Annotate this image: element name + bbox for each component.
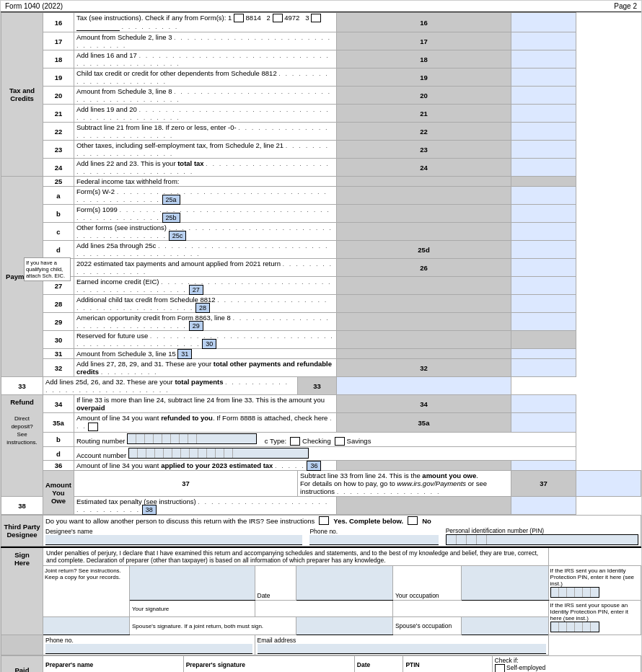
line-23-text: Other taxes, including self-employment t… bbox=[74, 141, 336, 159]
line-33-text: Add lines 25d, 26, and 32. These are you… bbox=[43, 377, 298, 395]
line-18-text: Add lines 16 and 17 . . . . . . . . . . … bbox=[74, 50, 336, 68]
line-25c-sub: c bbox=[43, 223, 74, 241]
no-checkbox[interactable] bbox=[408, 516, 418, 525]
phone-no-field[interactable] bbox=[45, 644, 252, 654]
line-17-entry[interactable] bbox=[511, 32, 576, 50]
line-20-row: 20 Amount from Schedule 3, line 8 . . . … bbox=[1, 87, 641, 105]
line-30-num: 30 bbox=[43, 331, 74, 349]
line-32-entry[interactable] bbox=[511, 359, 576, 377]
line-21-entry[interactable] bbox=[511, 105, 576, 123]
checkbox-8814[interactable] bbox=[234, 14, 244, 22]
line-24-text: Add lines 22 and 23. This is your total … bbox=[74, 159, 336, 177]
checkbox-3[interactable] bbox=[311, 14, 321, 22]
prep-name-label: Preparer's name bbox=[43, 656, 184, 672]
account-number-field[interactable] bbox=[128, 448, 309, 459]
line-18-right-num: 18 bbox=[337, 50, 511, 68]
line-23-entry[interactable] bbox=[511, 141, 576, 159]
line-22-right-num: 22 bbox=[337, 123, 511, 141]
line-35a-entry[interactable] bbox=[511, 413, 576, 432]
third-party-label: Third PartyDesignee bbox=[1, 516, 43, 547]
line-38-row: 38 Estimated tax penalty (see instructio… bbox=[1, 497, 641, 515]
savings-checkbox[interactable] bbox=[335, 437, 345, 446]
checkbox-4972[interactable] bbox=[273, 14, 283, 22]
line-35a-text: Amount of line 34 you want refunded to y… bbox=[74, 413, 336, 432]
spouse-date-field[interactable] bbox=[296, 617, 393, 635]
email-field[interactable] bbox=[258, 644, 546, 654]
line-22-num: 22 bbox=[43, 123, 74, 141]
your-date-field[interactable] bbox=[296, 566, 393, 601]
line-24-entry[interactable] bbox=[511, 159, 576, 177]
line-18-entry[interactable] bbox=[511, 50, 576, 68]
line-26-entry[interactable] bbox=[511, 259, 576, 277]
line-34-entry[interactable] bbox=[511, 395, 576, 413]
third-party-row: Third PartyDesignee Do you want to allow… bbox=[1, 516, 641, 547]
pin-field[interactable] bbox=[446, 534, 638, 545]
line-17-right-num: 17 bbox=[337, 32, 511, 50]
line-37-entry[interactable] bbox=[576, 471, 641, 497]
email-label: Email address bbox=[258, 637, 296, 644]
line-25a-shade bbox=[337, 187, 511, 205]
yes-checkbox[interactable] bbox=[319, 516, 329, 525]
routing-number-field[interactable] bbox=[127, 433, 257, 444]
line-28-entry[interactable] bbox=[511, 295, 576, 313]
line-25d-text: Add lines 25a through 25c . . . . . . . … bbox=[74, 241, 336, 259]
your-signature-field[interactable] bbox=[130, 566, 255, 601]
line-25b-entry[interactable] bbox=[511, 205, 576, 223]
line-29-entry[interactable] bbox=[511, 313, 576, 331]
line-26-row: 26 If you have a qualifying child, attac… bbox=[1, 259, 641, 277]
line-28-num: 28 bbox=[43, 295, 74, 313]
line-31-entry[interactable] bbox=[511, 349, 576, 359]
sign-here-main-row: SignHere Under penalties of perjury, I d… bbox=[1, 547, 641, 566]
tax-credits-section: Tax andCredits 16 Tax (see instructions)… bbox=[1, 12, 641, 515]
tax-credits-label: Tax andCredits bbox=[1, 13, 43, 177]
check-if-section: Check if: Self-employed bbox=[492, 656, 641, 672]
yes-label: Yes. Complete below. bbox=[333, 517, 403, 525]
spouse-ip-field[interactable] bbox=[550, 622, 599, 632]
line-32-text: Add lines 27, 28, 29, and 31. These are … bbox=[74, 359, 336, 377]
third-party-section: Third PartyDesignee Do you want to allow… bbox=[1, 515, 641, 547]
line-36-entry[interactable] bbox=[511, 461, 576, 471]
line-25b-sub: b bbox=[43, 205, 74, 223]
line-33-entry[interactable] bbox=[337, 377, 511, 395]
line-27-shade bbox=[337, 277, 511, 295]
line-25c-entry[interactable] bbox=[511, 223, 576, 241]
checking-checkbox[interactable] bbox=[290, 437, 300, 446]
line-38-entry[interactable] bbox=[511, 497, 576, 515]
your-signature-label: Your signature bbox=[130, 601, 255, 617]
line-29-text: American opportunity credit from Form 88… bbox=[74, 313, 336, 331]
line-32-row: 32 Add lines 27, 28, 29, and 31. These a… bbox=[1, 359, 641, 377]
line-33-num: 33 bbox=[1, 377, 43, 395]
self-employed-checkbox[interactable] bbox=[495, 664, 505, 672]
line-19-entry[interactable] bbox=[511, 68, 576, 87]
line-25d-row: d Add lines 25a through 25c . . . . . . … bbox=[1, 241, 641, 259]
checkbox-8888[interactable] bbox=[88, 423, 98, 431]
line-17-num: 17 bbox=[43, 32, 74, 50]
self-employed-label: Self-employed bbox=[506, 665, 545, 672]
savings-label: Savings bbox=[347, 437, 371, 445]
line-36-row: 36 Amount of line 34 you want applied to… bbox=[1, 461, 641, 471]
phone-no-label: Phone no. bbox=[45, 637, 74, 644]
page-number: Page 2 bbox=[614, 2, 637, 10]
line-32-num: 32 bbox=[43, 359, 74, 377]
line-16-entry[interactable] bbox=[511, 13, 576, 32]
line-29-shade bbox=[337, 313, 511, 331]
designee-name-field[interactable] bbox=[45, 535, 302, 545]
line-25c-row: c Other forms (see instructions) . . . .… bbox=[1, 223, 641, 241]
spouse-occupation-field[interactable] bbox=[462, 617, 548, 635]
spouse-signature-field[interactable] bbox=[43, 617, 130, 635]
line-20-entry[interactable] bbox=[511, 87, 576, 105]
your-occupation-field[interactable] bbox=[462, 566, 548, 601]
occ-label-spacer bbox=[392, 601, 548, 617]
line-25a-entry[interactable] bbox=[511, 187, 576, 205]
designee-phone-field[interactable] bbox=[309, 535, 438, 545]
line-22-entry[interactable] bbox=[511, 123, 576, 141]
line-28-row: 28 Additional child tax credit from Sche… bbox=[1, 295, 641, 313]
ip-pin-field[interactable] bbox=[550, 587, 599, 598]
line-38-num: 38 bbox=[1, 497, 43, 515]
line-22-row: 22 Subtract line 21 from line 18. If zer… bbox=[1, 123, 641, 141]
line-25b-row: b Form(s) 1099 . . . . . . . . . . . . .… bbox=[1, 205, 641, 223]
line-25a-sub: a bbox=[43, 187, 74, 205]
line-27-entry[interactable] bbox=[511, 277, 576, 295]
line-24-row: 24 Add lines 22 and 23. This is your tot… bbox=[1, 159, 641, 177]
line-25d-entry[interactable] bbox=[511, 241, 576, 259]
